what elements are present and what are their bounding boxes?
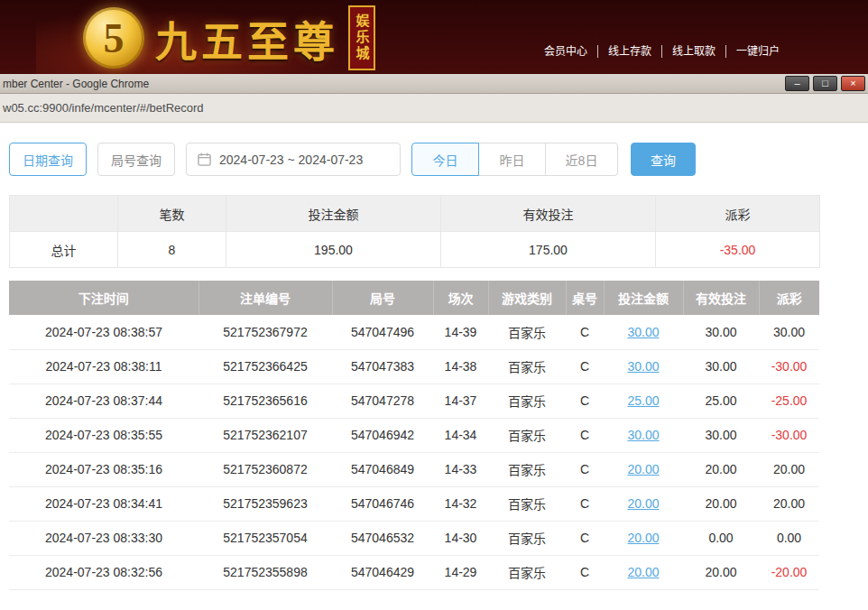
game-type: 百家乐 bbox=[488, 486, 566, 521]
valid-bet: 20.00 bbox=[683, 486, 759, 521]
last-8-days-button[interactable]: 近8日 bbox=[545, 143, 618, 176]
bet-table-header-row: 下注时间注单编号局号场次游戏类别桌号投注金额有效投注派彩 bbox=[9, 281, 819, 315]
nav-online-withdraw[interactable]: 线上取款 bbox=[662, 45, 726, 58]
session: 14-33 bbox=[433, 452, 488, 486]
game-type: 百家乐 bbox=[488, 315, 566, 349]
minimize-button[interactable]: – bbox=[785, 76, 809, 91]
bet-time: 2024-07-23 08:33:30 bbox=[9, 521, 199, 555]
table-number: C bbox=[566, 452, 604, 486]
bet-amount-link[interactable]: 30.00 bbox=[627, 428, 659, 442]
bet-amount-link[interactable]: 30.00 bbox=[627, 359, 659, 374]
calendar-icon bbox=[198, 152, 211, 166]
nav-one-key-transfer[interactable]: 一键归户 bbox=[726, 45, 790, 58]
address-bar[interactable]: w05.cc:9900/infe/mcenter/#/betRecord bbox=[0, 94, 868, 123]
site-logo-badge: 娱乐城 bbox=[348, 5, 375, 70]
bet-time: 2024-07-23 08:32:56 bbox=[9, 555, 199, 589]
payout: -20.00 bbox=[759, 555, 819, 589]
bet-amount-link[interactable]: 25.00 bbox=[627, 393, 659, 408]
column-header-bet-time: 下注时间 bbox=[9, 281, 199, 315]
table-number: C bbox=[566, 521, 604, 555]
bet-time: 2024-07-23 08:35:55 bbox=[9, 418, 199, 452]
bet-time: 2024-07-23 08:38:57 bbox=[9, 315, 199, 349]
total-payout: -35.00 bbox=[656, 232, 820, 268]
summary-total-row: 总计 8 195.00 175.00 -35.00 bbox=[10, 232, 820, 268]
table-row: 2024-07-23 08:32:56521752355898547046429… bbox=[9, 555, 819, 589]
table-row: 2024-07-23 08:37:44521752365616547047278… bbox=[9, 384, 819, 418]
bet-amount: 20.00 bbox=[604, 452, 683, 486]
date-query-tab[interactable]: 日期查询 bbox=[9, 143, 87, 176]
round-number: 547047278 bbox=[332, 384, 433, 418]
total-count: 8 bbox=[118, 232, 226, 268]
table-row: 2024-07-23 08:35:55521752362107547046942… bbox=[9, 418, 819, 452]
bet-amount-link[interactable]: 20.00 bbox=[627, 565, 659, 579]
filter-bar: 日期查询 局号查询 2024-07-23 ~ 2024-07-23 今日 昨日 … bbox=[9, 143, 868, 176]
session: 14-32 bbox=[433, 486, 488, 521]
date-range-input[interactable]: 2024-07-23 ~ 2024-07-23 bbox=[186, 143, 401, 176]
today-button[interactable]: 今日 bbox=[411, 143, 479, 176]
round-number: 547047383 bbox=[332, 349, 433, 384]
round-query-tab[interactable]: 局号查询 bbox=[97, 143, 175, 176]
payout: -30.00 bbox=[759, 349, 819, 384]
column-header bbox=[10, 196, 118, 232]
site-logo-name: 九五至尊 bbox=[155, 8, 339, 68]
order-number: 521752365616 bbox=[199, 384, 332, 418]
table-number: C bbox=[566, 384, 604, 418]
table-number: C bbox=[566, 555, 604, 589]
yesterday-button[interactable]: 昨日 bbox=[478, 143, 546, 176]
order-number: 521752359623 bbox=[199, 486, 332, 521]
bet-table-body: 2024-07-23 08:38:57521752367972547047496… bbox=[9, 315, 819, 589]
session: 14-37 bbox=[433, 384, 488, 418]
round-number: 547046532 bbox=[332, 521, 433, 555]
quick-date-group: 今日 昨日 近8日 bbox=[411, 143, 618, 176]
valid-bet: 20.00 bbox=[683, 452, 759, 486]
site-logo: 5 九五至尊 娱乐城 bbox=[83, 5, 375, 70]
order-number: 521752360872 bbox=[199, 452, 332, 486]
order-number: 521752367972 bbox=[199, 315, 332, 349]
session: 14-30 bbox=[433, 521, 488, 555]
summary-header-row: 笔数 投注金额 有效投注 派彩 bbox=[10, 196, 820, 232]
round-number: 547046429 bbox=[332, 555, 433, 589]
column-header-payout: 派彩 bbox=[656, 196, 820, 232]
bet-amount-link[interactable]: 20.00 bbox=[627, 462, 659, 476]
bet-amount-link[interactable]: 20.00 bbox=[627, 531, 659, 545]
payout: 30.00 bbox=[759, 315, 819, 349]
order-number: 521752357054 bbox=[199, 521, 332, 555]
bet-amount-link[interactable]: 30.00 bbox=[627, 325, 659, 339]
order-number: 521752366425 bbox=[199, 349, 332, 384]
browser-title-bar[interactable]: mber Center - Google Chrome – □ × bbox=[0, 74, 868, 94]
column-header-payout: 派彩 bbox=[759, 281, 819, 315]
bet-time: 2024-07-23 08:35:16 bbox=[9, 452, 199, 486]
total-label: 总计 bbox=[10, 232, 118, 268]
column-header-valid-bet: 有效投注 bbox=[683, 281, 759, 315]
valid-bet: 25.00 bbox=[683, 384, 759, 418]
valid-bet: 20.00 bbox=[683, 555, 759, 589]
column-header-order-number: 注单编号 bbox=[199, 281, 332, 315]
valid-bet: 30.00 bbox=[683, 418, 759, 452]
nav-online-deposit[interactable]: 线上存款 bbox=[598, 45, 662, 58]
table-row: 2024-07-23 08:38:57521752367972547047496… bbox=[9, 315, 819, 349]
column-header-bet-amount: 投注金额 bbox=[604, 281, 683, 315]
window-title: mber Center - Google Chrome bbox=[3, 78, 149, 90]
search-button[interactable]: 查询 bbox=[631, 143, 696, 176]
total-valid-bet: 175.00 bbox=[441, 232, 656, 268]
round-number: 547046942 bbox=[332, 418, 433, 452]
bet-amount: 25.00 bbox=[604, 384, 683, 418]
session: 14-38 bbox=[433, 349, 488, 384]
game-type: 百家乐 bbox=[488, 418, 566, 452]
game-type: 百家乐 bbox=[488, 452, 566, 486]
coin-logo-icon: 5 bbox=[83, 7, 144, 69]
column-header-game-type: 游戏类别 bbox=[488, 281, 566, 315]
payout: 20.00 bbox=[759, 486, 819, 521]
bet-amount-link[interactable]: 20.00 bbox=[627, 496, 659, 511]
window-controls: – □ × bbox=[785, 76, 865, 91]
summary-table: 笔数 投注金额 有效投注 派彩 总计 8 195.00 175.00 -35.0… bbox=[9, 195, 820, 268]
close-button[interactable]: × bbox=[841, 76, 865, 91]
bet-records-table: 下注时间注单编号局号场次游戏类别桌号投注金额有效投注派彩 2024-07-23 … bbox=[9, 281, 819, 590]
maximize-button[interactable]: □ bbox=[813, 76, 837, 91]
bet-amount: 20.00 bbox=[604, 486, 683, 521]
column-header-valid-bet: 有效投注 bbox=[441, 196, 656, 232]
nav-member-center[interactable]: 会员中心 bbox=[534, 45, 598, 58]
order-number: 521752362107 bbox=[199, 418, 332, 452]
bet-time: 2024-07-23 08:37:44 bbox=[9, 384, 199, 418]
table-row: 2024-07-23 08:34:41521752359623547046746… bbox=[9, 486, 819, 521]
